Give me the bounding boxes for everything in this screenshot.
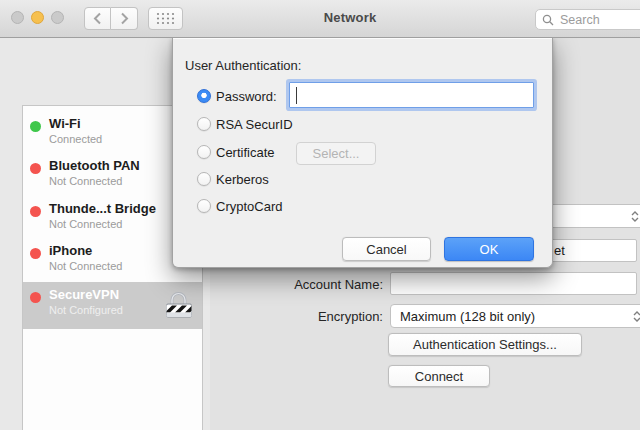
ok-button[interactable]: OK	[444, 237, 534, 261]
radio-row-password: Password:	[197, 87, 277, 105]
radio-row-rsa-securid: RSA SecurID	[197, 115, 293, 133]
sidebar-item-securevpn[interactable]: SecureVPN Not Configured	[23, 282, 202, 329]
account-name-field[interactable]	[390, 272, 637, 295]
user-authentication-dialog: User Authentication: Password: RSA Secur…	[172, 37, 553, 268]
certificate-radio[interactable]	[197, 145, 211, 159]
chevron-left-icon	[93, 12, 102, 25]
window-title: Network	[270, 10, 430, 25]
status-dot-red	[30, 248, 41, 259]
back-button[interactable]	[84, 7, 111, 30]
password-field[interactable]	[289, 82, 534, 108]
popup-arrows-icon	[631, 211, 639, 222]
encryption-value: Maximum (128 bit only)	[400, 309, 535, 324]
connect-button[interactable]: Connect	[388, 365, 490, 387]
search-input[interactable]	[558, 12, 640, 28]
popup-arrows-icon	[633, 311, 640, 322]
password-radio[interactable]	[197, 89, 211, 103]
close-button[interactable]	[11, 11, 24, 24]
cryptocard-radio[interactable]	[197, 199, 211, 213]
chevron-right-icon	[120, 12, 129, 25]
forward-button[interactable]	[111, 7, 138, 30]
search-icon	[542, 14, 554, 26]
show-all-button[interactable]	[148, 7, 183, 30]
status-dot-red	[30, 163, 41, 174]
radio-row-kerberos: Kerberos	[197, 170, 269, 188]
nav-buttons	[84, 7, 138, 30]
authentication-settings-button[interactable]: Authentication Settings...	[388, 333, 582, 356]
kerberos-radio[interactable]	[197, 172, 211, 186]
minimize-button[interactable]	[31, 11, 44, 24]
encryption-popup[interactable]: Maximum (128 bit only)	[390, 304, 640, 328]
search-field[interactable]	[535, 9, 640, 30]
password-input[interactable]	[295, 86, 531, 106]
select-certificate-button[interactable]: Select...	[296, 142, 376, 165]
titlebar: Network	[0, 0, 640, 38]
cancel-button[interactable]: Cancel	[342, 237, 431, 261]
radio-row-certificate: Certificate	[197, 143, 275, 161]
account-name-label: Account Name:	[215, 277, 383, 292]
vpn-lock-icon	[163, 289, 195, 325]
encryption-label: Encryption:	[215, 309, 383, 324]
status-dot-red	[30, 292, 41, 303]
server-address-visible-text: et	[554, 243, 565, 258]
window-controls	[11, 11, 64, 24]
status-dot-red	[30, 206, 41, 217]
radio-row-cryptocard: CryptoCard	[197, 197, 282, 215]
rsa-securid-radio[interactable]	[197, 117, 211, 131]
status-dot-green	[30, 121, 41, 132]
zoom-button[interactable]	[51, 11, 64, 24]
dialog-title: User Authentication:	[185, 58, 301, 73]
app-grid-icon	[156, 12, 175, 25]
